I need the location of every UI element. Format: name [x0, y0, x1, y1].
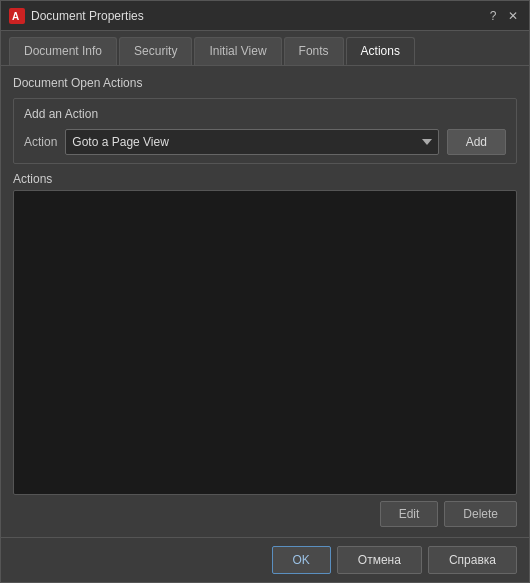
add-action-button[interactable]: Add — [447, 129, 506, 155]
tab-security[interactable]: Security — [119, 37, 192, 65]
svg-text:A: A — [12, 11, 19, 22]
tabs-bar: Document Info Security Initial View Font… — [1, 31, 529, 66]
action-row: Action Goto a Page View Open/Execute a F… — [24, 129, 506, 155]
title-bar: A Document Properties ? ✕ — [1, 1, 529, 31]
tab-fonts[interactable]: Fonts — [284, 37, 344, 65]
help-button[interactable]: ? — [485, 8, 501, 24]
add-action-title: Add an Action — [24, 107, 506, 121]
cancel-button[interactable]: Отмена — [337, 546, 422, 574]
tab-actions[interactable]: Actions — [346, 37, 415, 65]
actions-buttons: Edit Delete — [13, 501, 517, 527]
footer: OK Отмена Справка — [1, 537, 529, 582]
actions-section: Actions Edit Delete — [13, 172, 517, 527]
close-button[interactable]: ✕ — [505, 8, 521, 24]
edit-action-button[interactable]: Edit — [380, 501, 439, 527]
window-controls: ? ✕ — [485, 8, 521, 24]
content-area: Document Open Actions Add an Action Acti… — [1, 66, 529, 537]
tab-document-info[interactable]: Document Info — [9, 37, 117, 65]
help-footer-button[interactable]: Справка — [428, 546, 517, 574]
document-properties-window: A Document Properties ? ✕ Document Info … — [0, 0, 530, 583]
app-icon: A — [9, 8, 25, 24]
action-label: Action — [24, 135, 57, 149]
window-title: Document Properties — [31, 9, 485, 23]
action-type-select[interactable]: Goto a Page View Open/Execute a File Ope… — [65, 129, 438, 155]
section-title: Document Open Actions — [13, 76, 517, 90]
tab-initial-view[interactable]: Initial View — [194, 37, 281, 65]
delete-action-button[interactable]: Delete — [444, 501, 517, 527]
actions-list-label: Actions — [13, 172, 517, 186]
ok-button[interactable]: OK — [272, 546, 331, 574]
add-action-group: Add an Action Action Goto a Page View Op… — [13, 98, 517, 164]
actions-list[interactable] — [13, 190, 517, 495]
